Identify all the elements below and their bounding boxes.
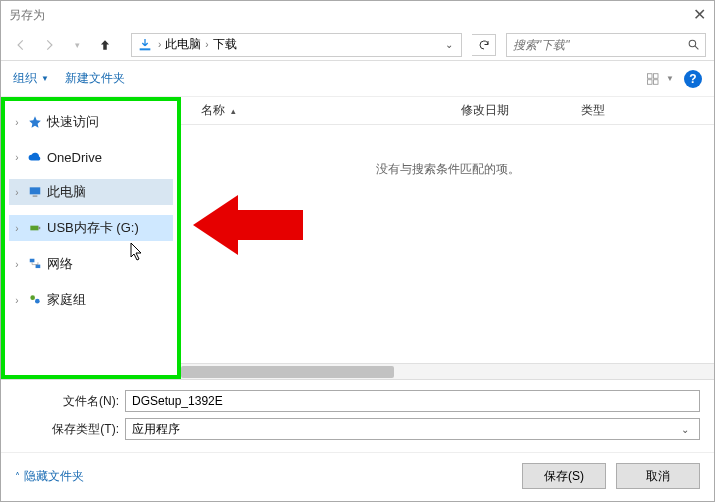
download-icon: [136, 36, 154, 54]
svg-rect-9: [30, 226, 38, 231]
star-icon: [27, 114, 43, 130]
svg-point-13: [30, 295, 35, 300]
network-icon: [27, 256, 43, 272]
svg-rect-6: [654, 79, 659, 84]
sidebar-item-homegroup[interactable]: › 家庭组: [9, 287, 173, 313]
footer-fields: 文件名(N): 保存类型(T): 应用程序 ⌄: [1, 379, 714, 452]
expander-icon[interactable]: ›: [11, 295, 23, 306]
sidebar-item-onedrive[interactable]: › OneDrive: [9, 145, 173, 169]
cancel-button[interactable]: 取消: [616, 463, 700, 489]
breadcrumb-root[interactable]: 此电脑: [165, 36, 201, 53]
expander-icon[interactable]: ›: [11, 259, 23, 270]
filetype-label: 保存类型(T):: [15, 421, 125, 438]
back-button[interactable]: [9, 33, 33, 57]
column-header-date[interactable]: 修改日期: [461, 102, 581, 119]
filename-label: 文件名(N):: [15, 393, 125, 410]
sort-asc-icon: ▴: [231, 106, 236, 116]
svg-line-2: [695, 46, 698, 49]
chevron-down-icon: ⌄: [681, 424, 693, 435]
expander-icon[interactable]: ›: [11, 187, 23, 198]
breadcrumb-current[interactable]: 下载: [213, 36, 237, 53]
sidebar-item-label: 网络: [47, 255, 73, 273]
svg-point-14: [35, 299, 40, 304]
svg-rect-5: [648, 79, 653, 84]
search-box[interactable]: [506, 33, 706, 57]
svg-rect-11: [30, 259, 35, 263]
svg-point-1: [689, 40, 696, 47]
sidebar-item-label: 此电脑: [47, 183, 86, 201]
sidebar-item-usb-drive[interactable]: › USB内存卡 (G:): [9, 215, 173, 241]
sidebar-item-quick-access[interactable]: › 快速访问: [9, 109, 173, 135]
sidebar-item-this-pc[interactable]: › 此电脑: [9, 179, 173, 205]
search-input[interactable]: [507, 38, 681, 52]
filename-input-wrap: [125, 390, 700, 412]
recent-dropdown[interactable]: ▾: [65, 33, 89, 57]
refresh-button[interactable]: [472, 34, 496, 56]
save-button[interactable]: 保存(S): [522, 463, 606, 489]
svg-rect-0: [140, 48, 151, 50]
footer-bar: ˄ 隐藏文件夹 保存(S) 取消: [1, 452, 714, 501]
expander-icon[interactable]: ›: [11, 117, 23, 128]
hide-folders-toggle[interactable]: ˄ 隐藏文件夹: [15, 468, 84, 485]
sidebar-item-label: 家庭组: [47, 291, 86, 309]
filetype-select[interactable]: 应用程序 ⌄: [125, 418, 700, 440]
filetype-value: 应用程序: [132, 421, 180, 438]
svg-rect-8: [33, 196, 38, 197]
chevron-down-icon: ▼: [41, 74, 49, 83]
sidebar-nav: › 快速访问 › OneDrive › 此电脑 › USB内存卡 (G:) ›: [1, 97, 181, 379]
expander-icon[interactable]: ›: [11, 223, 23, 234]
organize-label: 组织: [13, 70, 37, 87]
usb-drive-icon: [27, 220, 43, 236]
svg-rect-12: [36, 265, 41, 269]
sidebar-item-network[interactable]: › 网络: [9, 251, 173, 277]
search-icon[interactable]: [681, 38, 705, 51]
computer-icon: [27, 184, 43, 200]
scrollbar-thumb[interactable]: [181, 366, 394, 378]
chevron-right-icon[interactable]: ›: [156, 39, 163, 50]
homegroup-icon: [27, 292, 43, 308]
window-title: 另存为: [9, 7, 45, 24]
expander-icon[interactable]: ›: [11, 152, 23, 163]
organize-menu[interactable]: 组织 ▼: [13, 70, 49, 87]
chevron-up-icon: ˄: [15, 471, 20, 482]
svg-marker-15: [193, 195, 303, 255]
view-options-button[interactable]: ▼: [646, 72, 674, 86]
forward-button[interactable]: [37, 33, 61, 57]
hide-folders-label: 隐藏文件夹: [24, 468, 84, 485]
breadcrumb[interactable]: › 此电脑 › 下载 ⌄: [131, 33, 462, 57]
up-button[interactable]: [93, 33, 117, 57]
close-icon[interactable]: ✕: [693, 5, 706, 24]
file-list-area: 名称▴ 修改日期 类型 没有与搜索条件匹配的项。: [181, 97, 714, 379]
svg-rect-7: [30, 187, 41, 194]
save-as-dialog: 另存为 ✕ ▾ › 此电脑 › 下载 ⌄: [0, 0, 715, 502]
sidebar-item-label: USB内存卡 (G:): [47, 219, 139, 237]
nav-bar: ▾ › 此电脑 › 下载 ⌄: [1, 29, 714, 61]
filename-input[interactable]: [132, 394, 693, 408]
chevron-right-icon[interactable]: ›: [203, 39, 210, 50]
column-header-type[interactable]: 类型: [581, 102, 694, 119]
help-button[interactable]: ?: [684, 70, 702, 88]
empty-message: 没有与搜索条件匹配的项。: [181, 161, 714, 178]
column-header-name[interactable]: 名称▴: [201, 102, 461, 119]
toolbar: 组织 ▼ 新建文件夹 ▼ ?: [1, 61, 714, 97]
new-folder-button[interactable]: 新建文件夹: [65, 70, 125, 87]
sidebar-item-label: 快速访问: [47, 113, 99, 131]
new-folder-label: 新建文件夹: [65, 70, 125, 87]
horizontal-scrollbar[interactable]: [181, 363, 714, 379]
title-bar: 另存为 ✕: [1, 1, 714, 29]
chevron-down-icon: ▼: [666, 74, 674, 83]
breadcrumb-dropdown[interactable]: ⌄: [445, 39, 457, 50]
svg-rect-10: [39, 227, 41, 229]
sidebar-item-label: OneDrive: [47, 150, 102, 165]
column-headers: 名称▴ 修改日期 类型: [181, 97, 714, 125]
svg-rect-3: [648, 73, 653, 78]
cloud-icon: [27, 149, 43, 165]
svg-rect-4: [654, 73, 659, 78]
annotation-arrow: [193, 185, 313, 265]
